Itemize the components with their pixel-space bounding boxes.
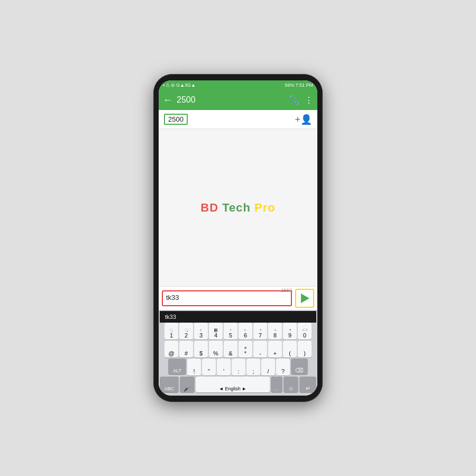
key-1[interactable]: ৃ1	[164, 323, 178, 340]
key-6[interactable]: ৮6	[239, 323, 252, 340]
time-text: 7:51 PM	[295, 83, 313, 88]
key-enter[interactable]: ↵	[299, 377, 316, 392]
watermark-tech: Tech	[218, 201, 251, 214]
key-4[interactable]: ৆4	[209, 323, 223, 340]
app-bar-icons: 📎 ⋮	[289, 95, 313, 105]
prediction-bar: tk33	[160, 311, 316, 323]
keyboard-bottom-row: ABC 🎤 ◄ English ► . ☺ ↵	[160, 377, 316, 392]
network-icon: G▲3G▲	[176, 83, 196, 88]
message-input[interactable]: tk33	[162, 290, 292, 306]
keyboard-alt-row: ALT ! " ' : ; / ? ⌫	[160, 359, 316, 376]
key-period[interactable]: .	[271, 377, 282, 392]
key-alt[interactable]: ALT	[168, 359, 186, 374]
signal-icon: ⚠	[166, 83, 170, 88]
key-at[interactable]: @	[164, 341, 178, 358]
key-language[interactable]: ◄ English ►	[196, 377, 270, 392]
app-bar: ← 2500 📎 ⋮	[159, 90, 317, 110]
status-left: ▪ ⚠ ⊖ G▲3G▲	[163, 83, 196, 88]
watermark-pro: Pro	[251, 201, 276, 214]
key-dquote[interactable]: "	[202, 359, 216, 376]
key-colon[interactable]: :	[232, 359, 245, 376]
status-bar: ▪ ⚠ ⊖ G▲3G▲ 56% 7:51 PM	[159, 80, 317, 90]
key-percent[interactable]: %	[209, 341, 223, 358]
key-8[interactable]: ৯8	[268, 323, 282, 340]
key-hash[interactable]: #	[179, 341, 193, 358]
watermark: BD Tech Pro	[200, 201, 275, 215]
keyboard-number-row: ৃ1 ৄ2 ৫3 ৆4 ৭5 ৮6 ব7 ৯8 ষ9 ো0	[160, 323, 316, 340]
key-emoji[interactable]: ☺	[283, 377, 298, 392]
key-minus[interactable]: -	[253, 341, 267, 358]
key-question[interactable]: ?	[276, 359, 290, 376]
app-bar-title: 2500	[177, 95, 285, 105]
phone-device: ▪ ⚠ ⊖ G▲3G▲ 56% 7:51 PM ← 2500 📎 ⋮ 2500 …	[153, 74, 323, 402]
attach-icon[interactable]: 📎	[289, 95, 299, 105]
key-rparen[interactable]: )	[298, 341, 312, 358]
menu-icon[interactable]: ⋮	[305, 95, 313, 105]
keyboard-symbol-row: @ # $ % & ★* - + ( )	[160, 341, 316, 358]
watermark-bd: BD	[200, 201, 218, 214]
key-3[interactable]: ৫3	[194, 323, 208, 340]
key-0[interactable]: ো0	[298, 323, 312, 340]
key-5[interactable]: ৭5	[224, 323, 237, 340]
key-mic[interactable]: 🎤	[180, 377, 195, 392]
key-plus[interactable]: +	[268, 341, 282, 358]
key-slash[interactable]: /	[261, 359, 275, 376]
key-backspace[interactable]: ⌫	[291, 359, 308, 374]
compose-area: 156/1 tk33	[159, 286, 317, 310]
key-lparen[interactable]: (	[283, 341, 297, 358]
sim-icon: ▪	[163, 83, 164, 88]
key-squote[interactable]: '	[217, 359, 231, 376]
battery-text: 56%	[285, 83, 294, 88]
prediction-text: tk33	[165, 314, 176, 320]
key-star[interactable]: ★*	[239, 341, 252, 358]
key-abc[interactable]: ABC	[160, 377, 179, 392]
minus-icon: ⊖	[171, 83, 175, 88]
key-7[interactable]: ব7	[253, 323, 267, 340]
phone-screen: ▪ ⚠ ⊖ G▲3G▲ 56% 7:51 PM ← 2500 📎 ⋮ 2500 …	[159, 80, 317, 396]
message-count: 156/1	[281, 288, 293, 293]
contact-row: 2500 +👤	[159, 110, 317, 129]
key-dollar[interactable]: $	[194, 341, 208, 358]
status-right: 56% 7:51 PM	[285, 83, 313, 88]
key-amp[interactable]: &	[224, 341, 237, 358]
key-9[interactable]: ষ9	[283, 323, 297, 340]
key-semicolon[interactable]: ;	[246, 359, 260, 376]
contact-number[interactable]: 2500	[164, 114, 188, 125]
keyboard: tk33 ৃ1 ৄ2 ৫3 ৆4 ৭5 ৮6 ব7 ৯8 ষ9 ো0 @ # $…	[159, 310, 317, 396]
send-arrow-icon	[301, 294, 309, 303]
message-area: BD Tech Pro	[159, 129, 317, 286]
add-contact-button[interactable]: +👤	[295, 114, 312, 125]
back-button[interactable]: ←	[163, 95, 172, 106]
key-exclaim[interactable]: !	[187, 359, 201, 376]
send-button[interactable]	[295, 289, 314, 308]
key-2[interactable]: ৄ2	[179, 323, 193, 340]
